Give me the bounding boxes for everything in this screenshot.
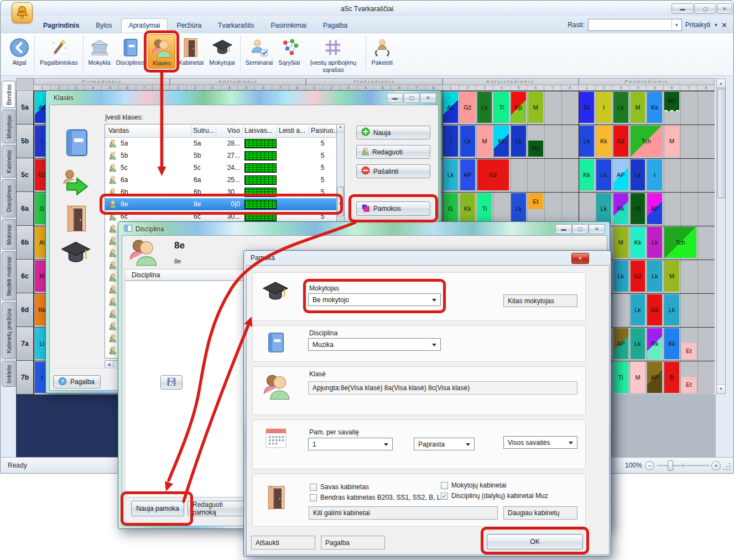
lesson-cell[interactable]: G	[443, 193, 458, 224]
toolbar-button-atgal[interactable]: Atgal	[7, 34, 32, 68]
checkbox-icon[interactable]	[441, 482, 448, 489]
kitas-mokytojas-button[interactable]: Kitas mokytojas	[503, 294, 577, 307]
lesson-cell[interactable]: B	[664, 362, 679, 393]
toolbar-button-mokytojai[interactable]: Mokytojai	[206, 34, 237, 68]
toolbar-button-pagalbininkas[interactable]: Pagalbininkas	[37, 34, 81, 68]
checkbox-icon[interactable]	[310, 484, 317, 491]
disciplina-combo[interactable]: Muzika	[308, 338, 441, 351]
apply-link[interactable]: Pritaikyti	[685, 21, 710, 29]
clear-filter-icon[interactable]: ✕	[721, 21, 727, 29]
zoom-out-icon[interactable]: −	[645, 461, 654, 470]
class-row-6c[interactable]: 6c6c30...5	[105, 210, 337, 222]
lesson-cell[interactable]: Lk	[647, 261, 662, 292]
side-tab-bendras[interactable]: Bendras	[2, 81, 15, 108]
side-tab-mokytojai[interactable]: Mokytojai	[2, 110, 15, 143]
lesson-cell[interactable]: AP	[613, 159, 628, 190]
scrollbar-thumb[interactable]	[717, 89, 726, 198]
lesson-cell[interactable]: M	[631, 362, 645, 393]
column-header-leisti[interactable]: Leisti a...	[279, 127, 305, 134]
disciplinu-kabinetai-checkbox[interactable]: ✓Disciplinų (dalykų) kabinetai Muz	[441, 492, 548, 500]
column-header-sutrumpintas[interactable]: Sutru...	[193, 127, 215, 134]
lesson-cell[interactable]: Et	[681, 343, 696, 359]
checkbox-icon[interactable]	[310, 494, 317, 501]
lesson-cell[interactable]: Lk	[477, 92, 492, 123]
lesson-cell[interactable]: Kp	[511, 92, 526, 123]
lesson-cell[interactable]: Kk	[460, 193, 475, 224]
lesson-cell[interactable]: I	[596, 92, 611, 123]
lesson-cell[interactable]: Kk	[647, 92, 662, 123]
lesson-cell[interactable]: Lk	[631, 328, 645, 359]
redaguoti-button[interactable]: Redaguoti	[356, 145, 430, 159]
find-dropdown-icon[interactable]: ▼	[671, 19, 681, 30]
menu-tab-pasirinkimai[interactable]: Pasirinkimai	[263, 18, 314, 33]
side-tab-mokiniai[interactable]: Mokiniai	[2, 219, 15, 250]
column-header-viso[interactable]: Viso	[216, 127, 240, 134]
scroll-up-icon[interactable]: ▲	[717, 79, 725, 88]
class-row-6a[interactable]: 6a6a25...5	[105, 174, 337, 186]
scroll-left-icon[interactable]: ◀	[105, 361, 113, 368]
door-icon[interactable]	[64, 204, 90, 233]
minimize-button[interactable]: ▬	[555, 224, 572, 234]
lesson-cell[interactable]: Lk	[443, 159, 458, 190]
menu-tab-pagrindinis[interactable]: Pagrindinis	[35, 18, 87, 33]
side-tab-kabinetų-priežiūra[interactable]: Kabinetų priežiūra	[2, 302, 15, 359]
resize-grip[interactable]	[723, 462, 731, 470]
lesson-cell[interactable]: Kk	[579, 159, 594, 190]
side-tab-tinklelis[interactable]: tinklelis	[2, 361, 15, 387]
savas-kabinetas-checkbox[interactable]: Savas kabinetas	[310, 483, 369, 491]
lesson-cell[interactable]: Lk	[613, 92, 628, 123]
close-button[interactable]: ✕	[571, 253, 589, 264]
ok-button[interactable]: OK	[487, 534, 583, 549]
lesson-cell[interactable]: Tch	[631, 126, 663, 157]
lesson-cell[interactable]: AP	[460, 159, 475, 190]
menu-tab-aprašymai[interactable]: Aprašymai	[121, 18, 168, 33]
lesson-cell[interactable]: Et	[681, 377, 696, 393]
save-button[interactable]	[160, 375, 183, 390]
lesson-cell[interactable]: Kk	[494, 126, 509, 157]
maximize-button[interactable]: ▢	[572, 224, 589, 234]
pagalba-button[interactable]: Pagalba	[321, 536, 385, 549]
lesson-cell[interactable]: Gž	[613, 126, 628, 157]
lesson-cell[interactable]: Kk	[631, 227, 645, 258]
column-header-laisvas[interactable]: Laisvas...	[244, 127, 273, 134]
minimize-button[interactable]: ▬	[387, 93, 403, 103]
lesson-cell[interactable]: Lk	[596, 159, 611, 190]
apply-dropdown-icon[interactable]: ▼	[714, 23, 718, 28]
scrollbar-thumb[interactable]	[337, 186, 344, 216]
lesson-cell[interactable]: AP	[613, 328, 628, 359]
column-header-vardas[interactable]: Vardas	[108, 127, 129, 134]
lesson-cell[interactable]: Ak	[443, 92, 458, 123]
toolbar-button-disciplinos[interactable]: Disciplinos	[113, 34, 148, 68]
lesson-cell[interactable]: M	[664, 126, 679, 157]
import-arrow-icon[interactable]	[61, 168, 93, 195]
graduation-cap-icon[interactable]	[60, 240, 92, 266]
mokytoju-kabinetai-checkbox[interactable]: Mokytojų kabinetai	[441, 481, 506, 489]
bendras-kabinetas-checkbox[interactable]: Bendras kabinetas B203, SS1, SS2, B, Lk2	[310, 494, 447, 501]
close-button[interactable]: ✕	[420, 93, 436, 103]
class-row-6b[interactable]: 6b6b30...5	[105, 186, 337, 198]
class-row-5b[interactable]: 5b5b27...5	[105, 149, 337, 162]
nauja-pamoka-button[interactable]: Nauja pamoka	[131, 501, 184, 516]
nauja-button[interactable]: Nauja	[356, 126, 430, 139]
column-header-pasiruosimas[interactable]: Pasiruo...	[311, 127, 339, 134]
menu-tab-bylos[interactable]: Bylos	[88, 18, 119, 33]
toolbar-button-seminarai[interactable]: Seminarai	[243, 34, 276, 68]
savaite-combo[interactable]: 1	[308, 438, 393, 450]
menu-tab-pagalba[interactable]: Pagalba	[315, 18, 355, 33]
lesson-cell[interactable]: M	[664, 261, 679, 292]
lesson-cell[interactable]: Lk	[579, 126, 594, 157]
scroll-down-icon[interactable]: ▼	[717, 384, 725, 393]
toolbar-button-klases[interactable]: Klasės	[148, 34, 175, 69]
close-button[interactable]: ✕	[589, 224, 605, 234]
lesson-cell[interactable]: Lk	[631, 159, 645, 190]
lesson-cell[interactable]: Lk	[664, 294, 679, 325]
toolbar-button-kabinetai[interactable]: Kabinetai	[175, 34, 206, 68]
lesson-cell[interactable]: Lk	[511, 193, 526, 224]
zoom-slider-track[interactable]	[657, 465, 710, 466]
lesson-cell[interactable]: Lk	[511, 126, 526, 157]
lesson-cell[interactable]: Gž	[631, 261, 645, 292]
app-logo-bell-icon[interactable]: aSc	[12, 2, 33, 23]
redaguoti-pamoka-button[interactable]: Redaguoti pamoką	[188, 501, 248, 516]
lesson-cell[interactable]: Rk	[613, 193, 628, 224]
lesson-cell[interactable]: Et	[528, 193, 543, 209]
